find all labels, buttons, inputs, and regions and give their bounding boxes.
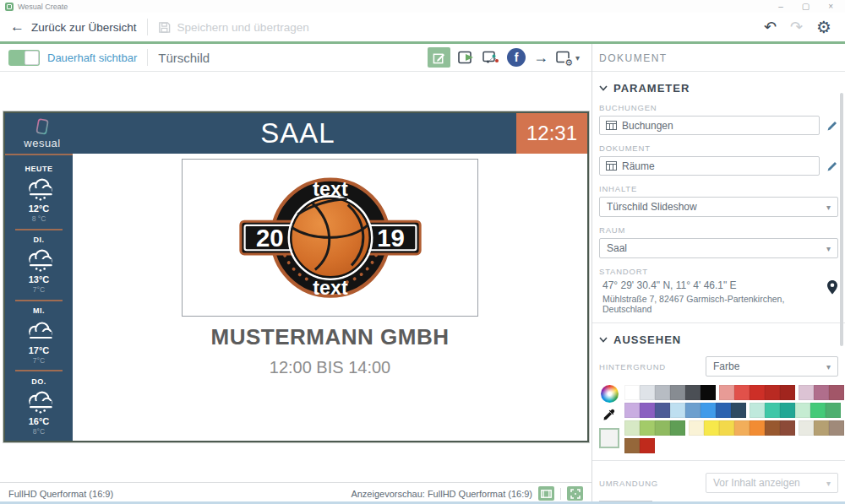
clock: 12:31 <box>516 113 587 154</box>
color-wheel-icon[interactable] <box>601 385 619 403</box>
color-swatch[interactable] <box>624 385 640 400</box>
color-swatch[interactable] <box>670 420 685 436</box>
color-swatch[interactable] <box>716 403 731 418</box>
section-aussehen[interactable]: AUSSEHEN <box>599 333 838 346</box>
publish-arrow-button[interactable]: → <box>533 49 548 67</box>
color-swatch[interactable] <box>624 420 640 436</box>
visibility-toggle[interactable] <box>8 50 40 66</box>
pencil-square-icon <box>433 51 445 64</box>
logo-selection-box[interactable]: text text 20 19 <box>182 159 478 317</box>
edit-mode-button[interactable] <box>428 47 450 68</box>
chevron-down-icon: ▾ <box>826 203 831 212</box>
color-swatch[interactable] <box>731 403 746 418</box>
location-pin-icon[interactable] <box>826 279 838 295</box>
color-swatch[interactable] <box>750 385 765 400</box>
color-swatch[interactable] <box>780 385 795 400</box>
color-swatch[interactable] <box>685 385 701 400</box>
buchungen-input[interactable]: Buchungen <box>599 116 820 135</box>
color-swatch[interactable] <box>795 403 810 418</box>
color-swatch[interactable] <box>780 420 795 436</box>
color-swatch[interactable] <box>829 420 844 436</box>
dokument-input[interactable]: Räume <box>599 156 820 176</box>
color-swatch[interactable] <box>670 403 685 418</box>
color-swatch[interactable] <box>780 403 795 418</box>
color-swatch[interactable] <box>814 385 829 400</box>
maximize-button[interactable]: ▢ <box>802 3 810 11</box>
basketball-badge: text text 20 19 <box>239 166 422 310</box>
section-label: AUSSEHEN <box>613 333 681 346</box>
table-icon <box>606 161 617 171</box>
cast-nodes-icon <box>482 51 499 65</box>
canvas[interactable]: wesual SAAL 12:31 HEUTE 12°C 8 °C <box>0 72 592 482</box>
color-swatch[interactable] <box>655 403 670 418</box>
facebook-button[interactable]: f <box>507 48 526 67</box>
close-button[interactable]: × <box>828 3 833 11</box>
mini-gear-icon: ⚙ <box>564 58 573 67</box>
cloud-drizzle-icon <box>24 247 54 273</box>
color-swatch[interactable] <box>640 438 655 453</box>
color-swatch[interactable] <box>704 420 719 436</box>
preview-button[interactable] <box>458 51 475 64</box>
color-swatch[interactable] <box>624 403 640 418</box>
undo-button[interactable]: ↶ <box>764 18 777 36</box>
weather-sidebar: HEUTE 12°C 8 °C DI. 13°C 7°C <box>5 154 73 441</box>
color-swatch[interactable] <box>719 385 734 400</box>
edit-pencil-icon[interactable] <box>826 120 838 132</box>
eyedropper-icon[interactable] <box>602 408 616 421</box>
color-swatch[interactable] <box>826 403 841 418</box>
redo-button[interactable]: ↷ <box>790 18 803 36</box>
weather-low: 7°C <box>33 285 45 294</box>
color-swatch[interactable] <box>799 385 814 400</box>
umrandung-value: Vor Inhalt anzeigen <box>713 477 800 489</box>
chevron-down-icon: ▾ <box>826 244 831 253</box>
back-arrow-icon: ← <box>10 20 25 34</box>
color-swatch[interactable] <box>701 403 716 418</box>
back-button[interactable]: ← Zurück zur Übersicht <box>10 20 137 34</box>
color-swatch[interactable] <box>810 403 826 418</box>
color-swatch[interactable] <box>814 420 829 436</box>
color-swatch[interactable] <box>701 385 716 400</box>
color-swatch[interactable] <box>750 420 765 436</box>
fullscreen-button[interactable] <box>567 486 583 501</box>
hintergrund-select[interactable]: Farbe ▾ <box>706 356 838 377</box>
room-title: SAAL <box>79 113 516 154</box>
color-swatch[interactable] <box>640 385 655 400</box>
scrollbar[interactable] <box>840 93 843 346</box>
edit-pencil-icon[interactable] <box>826 160 838 172</box>
color-swatch[interactable] <box>734 385 750 400</box>
weather-day: MI. <box>33 306 45 315</box>
selected-color-swatch[interactable] <box>599 428 619 448</box>
umrandung-select[interactable]: Vor Inhalt anzeigen ▾ <box>706 473 838 493</box>
save-button[interactable]: Speichern und übertragen <box>158 21 309 34</box>
minimize-button[interactable]: – <box>778 3 783 11</box>
color-swatch[interactable] <box>655 420 670 436</box>
color-swatch[interactable] <box>765 403 780 418</box>
display-settings-button[interactable]: ⚙ ▾ <box>556 51 580 64</box>
cloud-icon <box>24 318 54 344</box>
door-sign-preview[interactable]: wesual SAAL 12:31 HEUTE 12°C 8 °C <box>3 111 589 442</box>
display-preview-button[interactable] <box>538 486 554 501</box>
color-swatch[interactable] <box>719 420 734 436</box>
color-swatch[interactable] <box>765 420 780 436</box>
color-swatch[interactable] <box>734 420 750 436</box>
color-swatch[interactable] <box>685 403 701 418</box>
inhalte-select[interactable]: Türschild Slideshow ▾ <box>599 197 838 217</box>
field-label: RAUM <box>599 225 838 235</box>
color-swatch[interactable] <box>829 385 844 400</box>
color-swatch[interactable] <box>655 385 670 400</box>
cast-button[interactable] <box>482 51 499 65</box>
color-swatch[interactable] <box>640 420 655 436</box>
color-swatch[interactable] <box>750 403 765 418</box>
section-parameter[interactable]: PARAMETER <box>599 82 838 95</box>
weather-day: DO. <box>31 377 46 386</box>
settings-gear-button[interactable]: ⚙ <box>816 17 831 37</box>
document-name-input[interactable]: Türschild <box>158 51 210 65</box>
color-swatch[interactable] <box>799 420 814 436</box>
color-swatch[interactable] <box>670 385 685 400</box>
color-swatch[interactable] <box>765 385 780 400</box>
play-preview-icon <box>458 51 475 64</box>
raum-select[interactable]: Saal ▾ <box>599 238 838 258</box>
color-swatch[interactable] <box>640 403 655 418</box>
color-swatch[interactable] <box>624 438 640 453</box>
color-swatch[interactable] <box>689 420 704 436</box>
